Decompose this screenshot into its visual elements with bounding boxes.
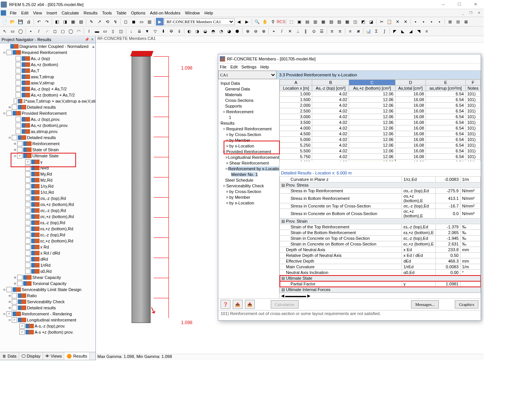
tree-item[interactable]: Diagrams Inter Coupled - Normalized▲ (0, 43, 95, 49)
t2-18[interactable]: ▼ (143, 27, 151, 35)
tree-item[interactable]: σs,+z (bottom),Rd (0, 201, 95, 207)
t2-35[interactable]: ✕ (286, 27, 294, 35)
tb-i10[interactable]: ◼ (130, 18, 137, 25)
tree-item[interactable]: as,stirrup,prov. (0, 128, 95, 135)
dialog-tree-item[interactable]: ⊞by Cross-Section (218, 188, 279, 194)
tree-item[interactable]: x Rd (0, 244, 95, 250)
t2-32[interactable]: ⊗ (260, 27, 267, 35)
tree-item[interactable]: As,-z (top) (0, 55, 95, 62)
tb-c1[interactable]: ✂ (378, 18, 385, 25)
tree-item[interactable]: As,+z (bottom) + As,T/2 (0, 92, 95, 98)
tree-item[interactable]: 1/rz,Rd (0, 189, 95, 195)
tb-e2[interactable]: ⊟ (454, 18, 462, 25)
menu-window[interactable]: Window (183, 10, 202, 16)
tree-item[interactable]: ⊟Serviceability Limit State Design (0, 287, 95, 293)
tb-open[interactable]: 📂 (9, 18, 16, 25)
tb-i6[interactable]: ↗ (95, 18, 103, 25)
dialog-tree-item[interactable]: ⊟Required Reinforcement (218, 126, 279, 131)
t2-4[interactable]: • (27, 27, 35, 35)
tree-item[interactable]: ⊟Ultimate State (0, 153, 95, 159)
dmenu-file[interactable]: File (220, 65, 227, 69)
tab-views[interactable]: 👁 Views (43, 352, 64, 360)
mdi-min[interactable]: _ (460, 10, 466, 16)
tab-data[interactable]: 🗎 Data (0, 352, 19, 360)
tb-a2[interactable]: ✋ (261, 18, 269, 25)
dmenu-edit[interactable]: Edit (230, 65, 238, 69)
tb-i9[interactable]: ◻ (122, 18, 129, 25)
tree-item[interactable]: ⊞Detailed results (0, 305, 95, 311)
t2-47[interactable]: ◤ (391, 27, 399, 35)
tb-b3[interactable]: ▤ (303, 18, 311, 25)
t2-38[interactable]: ⊙ (310, 27, 318, 35)
menu-tools[interactable]: Tools (100, 10, 114, 16)
t2-9[interactable]: ◯ (67, 27, 75, 35)
tree-item[interactable]: As,T (0, 68, 95, 74)
dmenu-help[interactable]: Help (260, 65, 269, 69)
tb-d3[interactable]: ▪ (428, 18, 435, 25)
tb-a4[interactable]: RCS (277, 18, 285, 25)
tree-item[interactable]: ⊞Shear Capacity (0, 274, 95, 280)
dialog-tree-item[interactable]: ⊟Provided Reinforcement (218, 149, 279, 154)
dialog-tree-item[interactable]: Results (218, 120, 279, 126)
dialog-tree-item[interactable]: ⊞by Member (218, 137, 279, 143)
dmenu-settings[interactable]: Settings (241, 65, 257, 69)
tree-item[interactable]: As,-z (top) + As,T/2 (0, 86, 95, 92)
tree-item[interactable]: ⊟Reinforcement - Rendering (0, 311, 95, 317)
t2-31[interactable]: ⊖ (252, 27, 259, 35)
dialog-tree-item[interactable]: Supports (218, 103, 279, 109)
t2-12[interactable]: ▬ (93, 27, 101, 35)
help-button[interactable]: ❓ (221, 300, 230, 309)
t2-6[interactable]: ⟋ (43, 27, 51, 35)
tab-results[interactable]: 🟠 Results (64, 352, 90, 360)
mdi-close[interactable]: ✕ (475, 10, 483, 16)
t2-13[interactable]: ▭ (101, 27, 109, 35)
tree-item[interactable]: As,+z (bottom) (0, 62, 95, 68)
details-table[interactable]: Curvature in Plane z1/rz,Ed-0.00831/m⊟ P… (279, 176, 481, 293)
tb-i13[interactable]: ▶ (156, 18, 164, 25)
tb-a3[interactable]: ⚲ (269, 18, 277, 25)
tree-item[interactable]: σc,+z (bottom),Rd (0, 214, 95, 220)
t2-8[interactable]: ▢ (59, 27, 67, 35)
case-combo[interactable]: CA1 (218, 71, 276, 79)
tree-item[interactable]: εc,+z (bottom),Rd (0, 238, 95, 244)
tb-undo[interactable]: ↶ (35, 18, 43, 25)
tb-b7[interactable]: ▨ (335, 18, 343, 25)
tree-item[interactable]: As,-z (top),prov. (0, 116, 95, 122)
tree-item[interactable]: A-s +z (bottom) prov. (0, 329, 95, 335)
tb-b6[interactable]: ▧ (327, 18, 335, 25)
tree-item[interactable]: 2*asw,T,stirrup + aw,V,stirrup a-sw,V,st… (0, 98, 95, 104)
tree-item[interactable]: ⊟Detailed results (0, 135, 95, 141)
t2-45[interactable]: Σ (373, 27, 380, 35)
import-button[interactable]: 📥 (245, 300, 255, 309)
tb-b5[interactable]: ▦ (319, 18, 327, 25)
dialog-tree-item[interactable]: ⊟Serviceability Check (218, 183, 279, 188)
dialog-tree-item[interactable]: Steel Schedule (218, 177, 279, 183)
tb-b1[interactable]: ⬚ (287, 18, 295, 25)
tree-item[interactable]: asw,T,stirrup (0, 74, 95, 80)
t2-22[interactable]: ⇓ (175, 27, 183, 35)
t2-20[interactable]: ⬇ (159, 27, 167, 35)
dialog-tree-item[interactable]: Materials (218, 92, 279, 97)
menu-table[interactable]: Table (114, 10, 129, 16)
tree-item[interactable]: ⊞Detailed results (0, 104, 95, 110)
tb-prev[interactable]: ◀ (235, 18, 243, 25)
menu-view[interactable]: View (31, 10, 44, 16)
menu-insert[interactable]: Insert (44, 10, 59, 16)
tb-i1[interactable]: ◧ (53, 18, 61, 25)
dialog-tree-item[interactable]: ⊟Reinforcement by x-Locatio (218, 166, 279, 171)
tb-b11[interactable]: ◪ (367, 18, 375, 25)
t2-51[interactable]: ≡ (423, 27, 430, 35)
tb-d2[interactable]: ▪ (420, 18, 427, 25)
window-maximize[interactable]: ☐ (452, 1, 467, 8)
t2-24[interactable]: ◑ (194, 27, 201, 35)
window-minimize[interactable]: ─ (436, 1, 451, 8)
tb-c4[interactable]: ✕ (402, 18, 409, 25)
dialog-tree-item[interactable]: ⊞by Member (218, 194, 279, 200)
tb-a1[interactable]: 🔍 (253, 18, 261, 25)
t2-44[interactable]: 📊 (365, 27, 372, 35)
tree-item[interactable]: 1/rRd (0, 262, 95, 268)
t2-26[interactable]: ◓ (210, 27, 217, 35)
tb-b10[interactable]: ◩ (359, 18, 367, 25)
tb-c2[interactable]: 📋 (386, 18, 393, 25)
tb-i2[interactable]: ◨ (61, 18, 69, 25)
